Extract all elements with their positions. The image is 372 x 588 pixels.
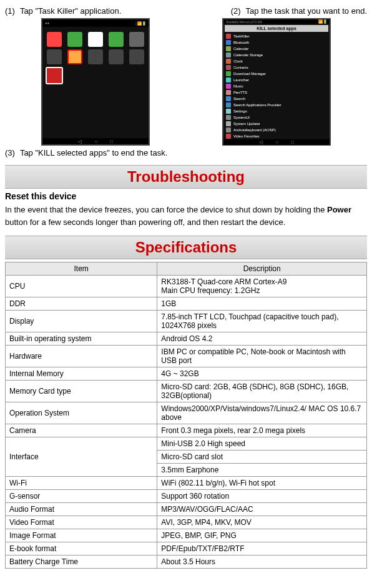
step-1-number: (1) <box>5 6 15 16</box>
cell-label: Display <box>6 311 157 332</box>
cell-label: Camera <box>6 424 157 437</box>
troubleshooting-header: Troubleshooting <box>5 165 367 189</box>
reset-subheading: Reset this device <box>5 191 367 201</box>
app-name: Search Applications Provider <box>233 103 281 107</box>
cell-value: Support 360 rotation <box>157 490 367 503</box>
app-icon <box>226 71 231 76</box>
app-icon <box>226 40 231 45</box>
app-name: Launcher <box>233 78 249 82</box>
table-row: Audio Format MP3/WAV/OGG/FLAC/AAC <box>6 503 367 516</box>
app-name: Clock <box>233 59 243 63</box>
cell-value: Android OS 4.2 <box>157 332 367 346</box>
app-icon <box>226 46 231 51</box>
kill-list-item: Launcher <box>223 77 330 83</box>
screenshots-row: ●● ▯📶🔋 ◁ ○ □ Av <box>5 18 367 146</box>
status-bar: ●● ▯📶🔋 <box>42 19 149 27</box>
kill-list-item: SystemUI <box>223 114 330 121</box>
status-right: ▯📶🔋 <box>135 21 146 26</box>
app-item <box>128 49 146 64</box>
table-row: Interface Mini-USB 2.0 High speed <box>6 437 367 451</box>
body-part1: In the event that the device freezes, yo… <box>5 205 327 214</box>
screenshot-home: ●● ▯📶🔋 ◁ ○ □ <box>41 18 150 146</box>
app-icon <box>226 102 231 107</box>
step-1-text: Tap "Task Killer" application. <box>20 6 121 16</box>
home-icon: ○ <box>94 139 97 144</box>
app-item <box>45 67 63 84</box>
step-1: (1) Tap "Task Killer" application. <box>5 6 121 16</box>
app-icon <box>226 115 231 120</box>
cell-value: MP3/WAV/OGG/FLAC/AAC <box>157 503 367 516</box>
app-name: Download Manager <box>233 72 266 76</box>
cell-label: Memory Card type <box>6 381 157 402</box>
specifications-header: Specifications <box>5 236 367 259</box>
kill-list-item: TaskKiller <box>223 33 330 39</box>
step-2: (2) Tap the task that you want to end. <box>231 6 367 16</box>
cell-value: 4G ~ 32GB <box>157 367 367 381</box>
app-name: Androidkeyboard (AOSP) <box>233 128 276 132</box>
reset-body: In the event that the device freezes, yo… <box>5 204 367 228</box>
cell-value: Mini-USB 2.0 High speed <box>157 437 367 451</box>
status-text: Available Memory:673.6M <box>226 20 262 24</box>
step-3: (3) Tap "KILL selected apps" to end the … <box>5 148 367 157</box>
kill-content: KILL selected apps TaskKillerBluetoothCa… <box>223 24 330 139</box>
app-icon <box>226 96 231 101</box>
table-row: Wi-Fi WiFi (802.11 b/g/n), Wi-Fi hot spo… <box>6 477 367 490</box>
table-row: DDR 1GB <box>6 297 367 311</box>
cell-label: CPU <box>6 276 157 297</box>
cell-value: RK3188-T Quad-core ARM Cortex-A9 Main CP… <box>157 276 367 297</box>
app-name: Search <box>233 97 245 101</box>
app-icon <box>226 59 231 64</box>
kill-list-item: Music <box>223 83 330 89</box>
home-grid <box>42 27 149 89</box>
table-row: Battery Charge Time About 3.5 Hours <box>6 556 367 569</box>
table-row: Built-in operating system Android OS 4.2 <box>6 332 367 346</box>
kill-list-item: Androidkeyboard (AOSP) <box>223 127 330 133</box>
cell-value: Micro-SD card: 2GB, 4GB (SDHC), 8GB (SDH… <box>157 381 367 402</box>
kill-list-item: Search Applications Provider <box>223 102 330 108</box>
table-row: Display 7.85-inch TFT LCD, Touchpad (cap… <box>6 311 367 332</box>
app-item-highlighted <box>66 49 84 64</box>
kill-list-item: Download Manager <box>223 71 330 77</box>
cell-value: 1GB <box>157 297 367 311</box>
cell-label: DDR <box>6 297 157 311</box>
app-item <box>107 49 125 64</box>
app-item <box>66 32 84 47</box>
cell-value: Front 0.3 mega pixels, rear 2.0 mega pix… <box>157 424 367 437</box>
step-3-number: (3) <box>5 148 15 157</box>
kill-list-item: Search <box>223 96 330 102</box>
nav-bar: ◁ ○ □ <box>223 139 330 145</box>
kill-list-item: Bluetooth <box>223 39 330 46</box>
cell-value: Micro-SD card slot <box>157 451 367 464</box>
nav-bar: ◁ ○ □ <box>42 138 149 144</box>
app-icon <box>226 77 231 82</box>
kill-list-item: System Updater <box>223 121 330 127</box>
app-item <box>86 49 104 64</box>
kill-list-item: Contacts <box>223 64 330 71</box>
app-icon <box>226 134 231 139</box>
app-item <box>45 32 63 47</box>
app-item <box>86 32 104 47</box>
app-name: TaskKiller <box>233 34 250 38</box>
table-header-row: Item Description <box>6 262 367 276</box>
cell-label: E-book format <box>6 542 157 556</box>
table-row: E-book format PDF/Epub/TXT/FB2/RTF <box>6 542 367 556</box>
cell-label: G-sensor <box>6 490 157 503</box>
table-row: Memory Card type Micro-SD card: 2GB, 4GB… <box>6 381 367 402</box>
app-icon <box>226 34 231 39</box>
instruction-steps-row: (1) Tap "Task Killer" application. (2) T… <box>5 6 367 16</box>
table-row: Internal Memory 4G ~ 32GB <box>6 367 367 381</box>
cell-value: About 3.5 Hours <box>157 556 367 569</box>
table-row: Operation System Windows2000/XP/Vista/wi… <box>6 402 367 424</box>
cell-value: Windows2000/XP/Vista/windows7/Linux2.4/ … <box>157 402 367 424</box>
app-name: Bluetooth <box>233 41 249 44</box>
app-name: Video Favorites <box>233 134 260 138</box>
kill-button: KILL selected apps <box>225 25 328 32</box>
cell-value: IBM PC or compatible PC, Note-book or Ma… <box>157 346 367 367</box>
app-icon <box>226 109 231 114</box>
step-3-text: Tap "KILL selected apps" to end the task… <box>20 148 167 157</box>
table-row: Image Format JPEG, BMP, GIF, PNG <box>6 529 367 542</box>
recent-icon: □ <box>110 139 113 144</box>
app-name: Calendar Storage <box>233 53 263 57</box>
app-name: Calendar <box>233 47 248 51</box>
kill-list-item: PenTTS <box>223 89 330 96</box>
